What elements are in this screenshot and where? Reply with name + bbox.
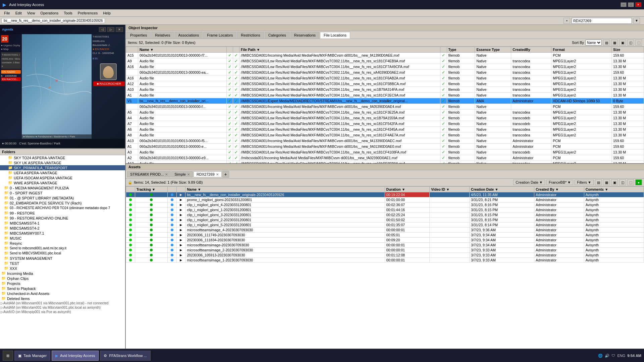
assets-col-created-by[interactable]: Created By ▼ bbox=[534, 187, 584, 192]
assets-table-row[interactable]: ▶microsoftteamsimage_1-2023030709303000:… bbox=[126, 258, 644, 263]
folder-system-mgmt[interactable]: 📁 SYSTEM MANAGEMENT bbox=[0, 256, 125, 261]
folder-sky-uk[interactable]: 📁 SKY UK ASPERA-VANTAGE bbox=[0, 160, 125, 165]
call-button[interactable]: ■ RACCROCHER bbox=[93, 81, 125, 86]
france-filter-dropdown[interactable]: FranceBB* ▼ bbox=[546, 180, 573, 185]
view-icon-4[interactable]: ◫ bbox=[627, 40, 634, 46]
assets-table-row[interactable]: ▶20230306_111834-2023030709303000:09:203… bbox=[126, 238, 644, 243]
assets-col-tracking[interactable]: Tracking ▼ bbox=[135, 187, 167, 192]
assets-table-row[interactable]: ▶promo_i_migliori_giorni-202303312008010… bbox=[126, 197, 644, 202]
oi-table-row[interactable]: A12Audio file✓✓//MIBCSSDA001/Low Res/Avi… bbox=[126, 81, 644, 87]
oi-table-row[interactable]: 060a2b34010101010101f0013-000000-ea...✓✓… bbox=[126, 70, 644, 75]
search-dropdown[interactable]: ▼ bbox=[633, 18, 640, 24]
assets-tab-streamix-close[interactable]: ✕ bbox=[165, 173, 168, 176]
oi-col-format[interactable]: Format bbox=[551, 47, 612, 53]
search-input[interactable] bbox=[572, 18, 632, 24]
oi-table-row[interactable]: A7Audio file✓✓//MIBCSSDA001/Low Res/Avid… bbox=[126, 121, 644, 127]
menu-preferences[interactable]: Preferences bbox=[75, 10, 100, 16]
folder-deleted[interactable]: 📁 Deleted Items bbox=[0, 296, 125, 301]
oi-tab-properties[interactable]: Properties bbox=[126, 32, 151, 39]
assets-view-5[interactable]: ⬚ bbox=[627, 179, 634, 185]
oi-tab-restrictions[interactable]: Restrictions bbox=[237, 32, 264, 39]
folder-sport-lib[interactable]: 📁 01 - @ SPORT LIBRARY (METADATA) bbox=[0, 195, 125, 200]
assets-table-row[interactable]: ▶clip_i_migliori_giorni_5-20230331200801… bbox=[126, 223, 644, 228]
preview-btn-1[interactable]: ◁ bbox=[99, 27, 106, 32]
oi-table-row[interactable]: A3Audio file✓✓//MIBCSSDA001/Low Res/Avid… bbox=[126, 149, 644, 155]
view-icon-5[interactable]: ⬚ bbox=[635, 40, 642, 46]
folder-sky-to24[interactable]: 📁 SKY TO24 ASPERA-VANTAGE bbox=[0, 155, 125, 160]
oi-table-row[interactable]: A5Audio file✓✓//MIBCSSDA001/Low Res/Avid… bbox=[126, 110, 644, 115]
oi-tab-file-locations[interactable]: File Locations bbox=[320, 32, 350, 39]
folder-restore-online[interactable]: 📁 99 - RESTORE ARCHIVIO ONLINE bbox=[0, 216, 125, 221]
sort-by-select[interactable]: NameType bbox=[585, 40, 602, 46]
assets-tab-simple-close[interactable]: ✕ bbox=[187, 173, 190, 176]
folder-sport-ingest[interactable]: 📁 0 - SPORT INGEST bbox=[0, 190, 125, 195]
assets-table-row[interactable]: ▶clip_i_migliori_giorni_1-20230331200801… bbox=[126, 207, 644, 213]
oi-col-createdby[interactable]: CreatedBy bbox=[511, 47, 551, 53]
assets-table-row[interactable]: ▶bs__new_fs__demo_con_installer_original… bbox=[126, 192, 644, 197]
menu-edit[interactable]: Edit bbox=[13, 10, 24, 16]
oi-table-row[interactable]: A10Audio file✓✓//MIBCSSDA001/Low Res/Avi… bbox=[126, 87, 644, 93]
oi-table-row[interactable]: A9Audio file✓✓//MIBCSSDA001/Low Res/Avid… bbox=[126, 58, 644, 64]
maximize-button[interactable]: □ bbox=[628, 2, 634, 7]
menu-help[interactable]: Help bbox=[100, 10, 113, 16]
view-icon-3[interactable]: ▣ bbox=[619, 40, 626, 46]
taskbar-avid[interactable]: ▶ Avid Interplay Access bbox=[52, 351, 99, 361]
assets-tab-streamix[interactable]: STREAMIX PROD... ✕ bbox=[127, 171, 171, 177]
menu-operations[interactable]: Operations bbox=[38, 10, 61, 16]
oi-table-row[interactable]: A13060a2b34010101010101f0013-000000-f5..… bbox=[126, 138, 644, 144]
assets-table-row[interactable]: ▶clip_i_migliori_giorni_4-20230331200801… bbox=[126, 202, 644, 207]
folder-orphan[interactable]: 📁 Orphan Clips bbox=[0, 276, 125, 281]
oi-col-filepath[interactable]: File Path ▼ bbox=[239, 47, 440, 53]
oi-table-row[interactable]: A6Audio file✓✓//MIBCSSDA001/Low Res/Avid… bbox=[126, 127, 644, 132]
oi-table-row[interactable]: A1Audio file✓✓//MIBCSSDA001/Low Res/Avid… bbox=[126, 93, 644, 98]
folder-wwe[interactable]: 📁 WWE ASPERA-VANTAGE bbox=[0, 180, 125, 185]
oi-table-row[interactable]: A1060a2b34010101010101f0013-000000-e...✓… bbox=[126, 144, 644, 149]
menu-file[interactable]: File bbox=[1, 10, 13, 16]
folder-uefa-isocam[interactable]: 📁 UEFA ISOCAM ASPERA VANTAGE bbox=[0, 175, 125, 180]
folder-unchecked[interactable]: 📁 Unchecked-in Avid Assets bbox=[0, 291, 125, 296]
assets-table-row[interactable]: ▶microsoftteamsimage_2-2023030709303000:… bbox=[126, 248, 644, 253]
assets-view-2[interactable]: ▦ bbox=[603, 179, 610, 185]
assets-col-videoid[interactable]: Video ID ▼ bbox=[430, 187, 470, 192]
view-icon-1[interactable]: ▤ bbox=[603, 40, 610, 46]
folder-mibcsamsst4-1[interactable]: 📁 MIBCSAMSST4-1 bbox=[0, 221, 125, 226]
oi-table-row[interactable]: A4Audio file✓✓//MIBCSSDA001/Low Res/Avid… bbox=[126, 115, 644, 121]
oi-tab-relatives[interactable]: Relatives bbox=[151, 32, 174, 39]
toolbar-icon-1[interactable]: ▪ bbox=[564, 18, 570, 24]
folder-projects[interactable]: 📁 Projects bbox=[0, 281, 125, 286]
oi-table-row[interactable]: A16Audio file✓✓//MIBCSSDA001/Low Res/Avi… bbox=[126, 64, 644, 70]
view-icon-2[interactable]: ▦ bbox=[611, 40, 618, 46]
oi-col-essence[interactable]: Essence Type bbox=[475, 47, 511, 53]
folder-avidVO[interactable]: ▷ AvidVO (on Mibcvpip001 via Pce as avis… bbox=[0, 310, 125, 314]
folder-xxx[interactable]: 📁 XXX bbox=[0, 266, 125, 271]
assets-col-comments[interactable]: Comments ▼ bbox=[584, 187, 644, 192]
assets-table-row[interactable]: ▶20230306_105913-2023030709303000:01:12:… bbox=[126, 253, 644, 258]
assets-table-row[interactable]: ▶microsoftteamsimage_4-2023030709303000:… bbox=[126, 228, 644, 233]
assets-refresh[interactable]: ● bbox=[635, 179, 642, 185]
oi-table-row[interactable]: A16Audio file✓✓//MIBCSSDA001/Low Res/Avi… bbox=[126, 75, 644, 81]
folder-embardata[interactable]: 📁 02_EMBARDATA PCE SERVICE TV (Rach) bbox=[0, 200, 125, 205]
oi-col-size[interactable]: Size bbox=[612, 47, 644, 53]
folder-mibcsamsst4-2[interactable]: 📁 MIBCSAMSST4-2 bbox=[0, 226, 125, 231]
oi-col-type[interactable]: Type bbox=[447, 47, 475, 53]
folder-avidAM-2[interactable]: ▷ AvidAM (on Mibcvtam001 via Mibcvtam001… bbox=[0, 305, 125, 310]
folder-incoming[interactable]: 📁 Incoming Media bbox=[0, 271, 125, 276]
assets-tab-rdx27269[interactable]: RDX27269 ✕ bbox=[194, 171, 222, 177]
assets-view-4[interactable]: ◫ bbox=[619, 179, 626, 185]
assets-table-row[interactable]: ▶20230306_111749-2023030709303000:05:013… bbox=[126, 233, 644, 238]
oi-tab-reservations[interactable]: Reservations bbox=[290, 32, 319, 39]
preview-btn-close[interactable]: ✕ bbox=[116, 27, 123, 32]
active-tab[interactable]: bs__new_fs_res__demo_con_installer_origi… bbox=[1, 18, 105, 23]
folder-avidAM-1[interactable]: ▷ AvidAM (on Mibcvsam001 via Mibcvsam001… bbox=[0, 301, 125, 305]
assets-tab-add[interactable]: + bbox=[222, 171, 229, 178]
filters-dropdown[interactable]: Filters ▼ bbox=[575, 180, 594, 185]
taskbar-ffastrans[interactable]: ⚙ FFAStrans Workflow ... bbox=[100, 351, 150, 361]
oi-tab-frame-locators[interactable]: Frame Locators bbox=[203, 32, 236, 39]
assets-table-row[interactable]: ▶clip_i_migliori_giorni_3-20230331200801… bbox=[126, 213, 644, 218]
oi-table-row[interactable]: V1bs__new_fs_res__demo_con_installer_ori… bbox=[126, 98, 644, 104]
folder-richieste[interactable]: 📁 03 - RICHIESTE ARCHIVIO PER TO24 (elim… bbox=[0, 205, 125, 210]
assets-col-name[interactable]: Name ▼ bbox=[185, 187, 385, 192]
oi-tab-associations[interactable]: Associations bbox=[174, 32, 203, 39]
menu-tools[interactable]: Tools bbox=[61, 10, 75, 16]
oi-table-row[interactable]: A15060a2b34010101010101f0013-000000-f7..… bbox=[126, 53, 644, 58]
